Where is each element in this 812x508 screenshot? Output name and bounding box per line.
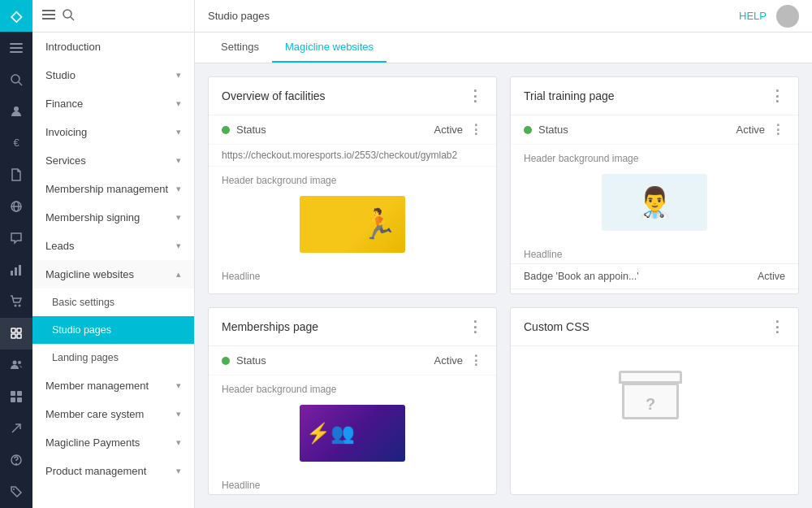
- tag-icon[interactable]: [0, 476, 32, 508]
- status-row-memberships: Status Active ⋮: [209, 346, 496, 376]
- status-label-trial: Status: [538, 124, 568, 136]
- chevron-down-icon: ▾: [176, 212, 181, 223]
- gym-background-image: [300, 196, 405, 253]
- question-icon[interactable]: [0, 445, 32, 476]
- sidebar-item-product-management[interactable]: Product management ▾: [32, 457, 194, 485]
- svg-point-5: [14, 106, 19, 111]
- sidebar-nav: Introduction Studio ▾ Finance ▾ Invoicin…: [32, 33, 194, 508]
- row-menu-trial[interactable]: ⋮: [771, 122, 785, 137]
- cart-icon[interactable]: [0, 286, 32, 318]
- sidebar-item-magicline-websites[interactable]: Magicline websites ▴: [32, 260, 194, 289]
- status-left-trial: Status: [524, 124, 568, 136]
- svg-rect-1: [10, 47, 23, 49]
- tab-settings[interactable]: Settings: [208, 33, 272, 63]
- sidebar-item-basic-settings[interactable]: Basic settings: [32, 289, 194, 316]
- svg-rect-2: [10, 51, 23, 53]
- chat-icon[interactable]: [0, 222, 32, 254]
- card-memberships-page: Memberships page ⋮ Status Active ⋮ Heade…: [208, 307, 497, 495]
- empty-state-icon: ?: [622, 371, 687, 419]
- chevron-down-icon: ▾: [176, 155, 181, 166]
- svg-rect-14: [11, 328, 15, 332]
- chevron-up-icon: ▴: [176, 269, 181, 280]
- sidebar-item-magicline-payments[interactable]: Magicline Payments ▾: [32, 428, 194, 457]
- person-icon[interactable]: [0, 95, 32, 127]
- sidebar-item-studio[interactable]: Studio ▾: [32, 61, 194, 89]
- file-icon[interactable]: [0, 158, 32, 190]
- status-left-memberships: Status: [222, 354, 266, 367]
- svg-point-12: [15, 305, 17, 307]
- globe-icon[interactable]: [0, 190, 32, 222]
- svg-point-26: [16, 464, 17, 465]
- sidebar-search-icon[interactable]: [62, 8, 75, 24]
- breadcrumb-text: Studio pages: [208, 10, 270, 22]
- status-right-memberships: Active ⋮: [434, 353, 483, 368]
- box-lid: [619, 371, 682, 384]
- row-menu-overview[interactable]: ⋮: [469, 122, 483, 137]
- svg-rect-16: [11, 334, 15, 338]
- chevron-down-icon: ▾: [176, 70, 181, 80]
- sidebar-item-member-management[interactable]: Member management ▾: [32, 371, 194, 400]
- status-row-trial: Status Active ⋮: [511, 115, 798, 145]
- sidebar-item-membership-management[interactable]: Membership management ▾: [32, 175, 194, 203]
- svg-rect-22: [11, 397, 15, 402]
- svg-point-3: [11, 75, 19, 83]
- user-avatar[interactable]: [776, 5, 799, 28]
- sidebar-item-landing-pages[interactable]: Landing pages: [32, 344, 194, 371]
- box-body: ?: [622, 383, 679, 419]
- sidebar-item-membership-signing[interactable]: Membership signing ▾: [32, 203, 194, 232]
- help-link[interactable]: HELP: [739, 10, 767, 22]
- status-value-memberships: Active: [434, 354, 463, 367]
- card-menu-icon-trial[interactable]: ⋮: [770, 87, 785, 105]
- question-mark: ?: [646, 395, 655, 414]
- svg-line-4: [19, 82, 22, 85]
- chevron-down-icon: ▾: [176, 184, 181, 194]
- badge-value: Active: [758, 271, 785, 282]
- tab-magicline-websites[interactable]: Magicline websites: [272, 33, 387, 63]
- svg-point-27: [13, 488, 15, 490]
- bg-image-label-overview: Header background image: [209, 167, 496, 189]
- grid-icon[interactable]: [0, 381, 32, 413]
- url-row-overview: https://checkout.moresports.io/2553/chec…: [209, 145, 496, 167]
- badge-row: Badge 'Book an appoin...' Active: [511, 263, 798, 289]
- svg-rect-30: [42, 18, 55, 20]
- sidebar-item-introduction[interactable]: Introduction: [32, 33, 194, 61]
- sidebar-item-leads[interactable]: Leads ▾: [32, 232, 194, 260]
- chevron-down-icon: ▾: [176, 380, 181, 391]
- sidebar-item-studio-pages[interactable]: Studio pages: [32, 316, 194, 344]
- icon-rail: ◇ €: [0, 0, 32, 508]
- svg-rect-11: [19, 265, 21, 276]
- card-menu-icon-overview[interactable]: ⋮: [468, 87, 483, 105]
- status-value-trial: Active: [736, 124, 765, 136]
- sidebar-item-invoicing[interactable]: Invoicing ▾: [32, 118, 194, 146]
- users-icon[interactable]: [0, 350, 32, 381]
- arrow-icon[interactable]: [0, 413, 32, 445]
- doctor-background-image: [602, 174, 707, 231]
- svg-point-13: [19, 305, 21, 307]
- main-fitness-row: Show 'main fitness goals' Inactive: [511, 289, 798, 294]
- status-right-trial: Active ⋮: [736, 122, 785, 137]
- sidebar-item-member-care[interactable]: Member care system ▾: [32, 400, 194, 428]
- card-menu-icon-memberships[interactable]: ⋮: [468, 318, 483, 336]
- sidebar-header: [32, 0, 194, 33]
- card-menu-icon-css[interactable]: ⋮: [770, 318, 785, 336]
- status-value-overview: Active: [434, 124, 463, 136]
- sidebar-item-finance[interactable]: Finance ▾: [32, 89, 194, 118]
- svg-rect-20: [11, 391, 15, 396]
- search-icon[interactable]: [0, 63, 32, 95]
- row-menu-memberships[interactable]: ⋮: [469, 353, 483, 368]
- euro-icon[interactable]: €: [0, 127, 32, 158]
- card-title-memberships: Memberships page: [222, 320, 318, 333]
- chart-icon[interactable]: [0, 254, 32, 286]
- puzzle-icon[interactable]: [0, 318, 32, 350]
- bg-image-container-trial: [511, 167, 798, 241]
- sidebar-menu-icon[interactable]: [42, 8, 55, 24]
- status-left-overview: Status: [222, 124, 266, 136]
- svg-rect-28: [42, 10, 55, 11]
- app-logo[interactable]: ◇: [0, 0, 32, 32]
- card-title-trial: Trial training page: [524, 89, 615, 102]
- bg-image-container-memberships: [209, 398, 496, 471]
- sidebar-item-services[interactable]: Services ▾: [32, 146, 194, 175]
- hamburger-icon[interactable]: [0, 32, 32, 63]
- status-row-overview: Status Active ⋮: [209, 115, 496, 145]
- chevron-down-icon: ▾: [176, 241, 181, 251]
